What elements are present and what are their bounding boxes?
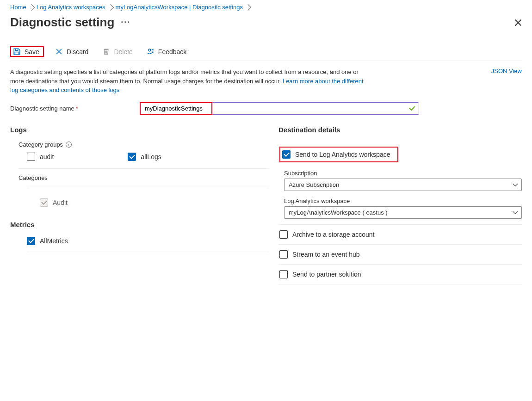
breadcrumb-home[interactable]: Home xyxy=(10,4,26,11)
checkbox-audit-group[interactable]: audit xyxy=(27,153,54,161)
checkbox-audit-category: Audit xyxy=(40,198,269,207)
checkbox-label: Send to partner solution xyxy=(292,271,361,278)
save-icon xyxy=(13,48,21,56)
checkbox-icon xyxy=(282,150,291,159)
destination-partner: Send to partner solution xyxy=(278,265,522,284)
chevron-down-icon xyxy=(513,209,518,214)
checkbox-icon xyxy=(279,230,288,239)
chevron-down-icon xyxy=(513,181,518,186)
checkbox-archive-storage[interactable]: Archive to a storage account xyxy=(279,230,522,239)
breadcrumb-diagnostic-settings[interactable]: myLogAnalyticsWorkspace | Diagnostic set… xyxy=(116,4,243,11)
logs-header: Logs xyxy=(10,126,269,134)
delete-icon xyxy=(102,48,110,56)
close-icon[interactable] xyxy=(514,19,522,26)
checkbox-icon xyxy=(27,237,35,245)
destination-storage: Archive to a storage account xyxy=(278,225,522,245)
breadcrumb: Home Log Analytics workspaces myLogAnaly… xyxy=(10,3,522,13)
more-actions-icon[interactable]: ··· xyxy=(121,18,130,27)
categories-label: Categories xyxy=(19,174,269,181)
save-button[interactable]: Save xyxy=(10,46,44,57)
description-text: A diagnostic setting specifies a list of… xyxy=(10,68,366,95)
info-icon[interactable]: i xyxy=(66,142,72,148)
json-view-link[interactable]: JSON View xyxy=(491,68,522,74)
destination-header: Destination details xyxy=(278,126,522,134)
feedback-icon xyxy=(147,48,155,56)
destination-event-hub: Stream to an event hub xyxy=(278,245,522,265)
page-title: Diagnostic setting ··· xyxy=(10,15,130,30)
metrics-header: Metrics xyxy=(10,221,269,228)
workspace-select[interactable]: myLogAnalyticsWorkspace ( eastus ) xyxy=(284,206,522,219)
checkbox-label: Audit xyxy=(53,199,68,206)
checkbox-icon xyxy=(40,198,48,207)
discard-button[interactable]: Discard xyxy=(52,46,91,57)
breadcrumb-workspaces[interactable]: Log Analytics workspaces xyxy=(37,4,105,11)
chevron-right-icon xyxy=(245,4,251,10)
subscription-select[interactable]: Azure Subscription xyxy=(284,179,522,191)
discard-label: Discard xyxy=(67,48,88,56)
checkbox-icon xyxy=(128,153,136,161)
checkbox-alllogs-group[interactable]: allLogs xyxy=(128,153,161,161)
discard-icon xyxy=(55,48,63,56)
checkbox-icon xyxy=(279,270,288,278)
svg-point-0 xyxy=(148,49,151,51)
setting-name-input-wrapper xyxy=(140,102,419,115)
checkbox-label: allLogs xyxy=(141,153,161,160)
subscription-label: Subscription xyxy=(284,170,522,177)
select-value: Azure Subscription xyxy=(289,181,339,188)
checkbox-label: Archive to a storage account xyxy=(292,231,374,238)
checkbox-label: audit xyxy=(40,153,54,160)
chevron-right-icon xyxy=(107,4,113,10)
destination-log-analytics: Send to Log Analytics workspace Subscrip… xyxy=(278,141,522,225)
checkbox-label: Stream to an event hub xyxy=(292,251,360,258)
checkbox-stream-eventhub[interactable]: Stream to an event hub xyxy=(279,250,522,259)
select-value: myLogAnalyticsWorkspace ( eastus ) xyxy=(289,209,388,216)
delete-label: Delete xyxy=(114,48,132,56)
save-label: Save xyxy=(25,48,39,56)
checkbox-icon xyxy=(279,250,288,259)
workspace-label: Log Analytics workspace xyxy=(284,197,522,204)
checkbox-label: Send to Log Analytics workspace xyxy=(295,151,390,158)
checkbox-label: AllMetrics xyxy=(40,237,68,245)
toolbar: Save Discard Delete Feedback xyxy=(10,46,522,61)
feedback-button[interactable]: Feedback xyxy=(144,46,189,57)
checkbox-partner-solution[interactable]: Send to partner solution xyxy=(279,270,522,278)
setting-name-label: Diagnostic setting name* xyxy=(10,105,140,112)
feedback-label: Feedback xyxy=(158,48,186,56)
checkbox-allmetrics[interactable]: AllMetrics xyxy=(27,237,269,245)
setting-name-input[interactable] xyxy=(140,103,419,114)
delete-button: Delete xyxy=(99,46,135,57)
category-groups-label: Category groups i xyxy=(19,141,269,148)
checkbox-icon xyxy=(27,153,35,161)
chevron-right-icon xyxy=(28,4,35,10)
checkbox-send-log-analytics[interactable]: Send to Log Analytics workspace xyxy=(279,147,398,162)
